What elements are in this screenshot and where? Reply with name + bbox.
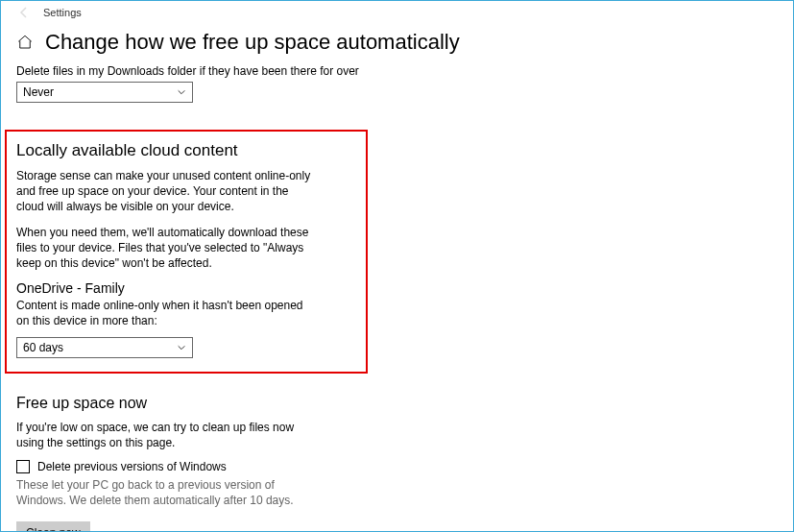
onedrive-threshold-value: 60 days	[23, 341, 63, 354]
clean-now-button[interactable]: Clean now	[16, 521, 90, 532]
delete-previous-versions-checkbox[interactable]: Delete previous versions of Windows	[16, 460, 778, 473]
page-header: Change how we free up space automaticall…	[1, 24, 793, 59]
checkbox-label: Delete previous versions of Windows	[37, 460, 227, 473]
chevron-down-icon	[177, 343, 186, 352]
cloud-section-title: Locally available cloud content	[16, 141, 356, 160]
page-title: Change how we free up space automaticall…	[45, 30, 460, 55]
freeup-section-title: Free up space now	[16, 395, 778, 412]
downloads-label: Delete files in my Downloads folder if t…	[16, 64, 778, 78]
titlebar: Settings	[1, 1, 793, 24]
onedrive-account-title: OneDrive - Family	[16, 280, 356, 296]
cloud-para1: Storage sense can make your unused conte…	[16, 168, 314, 215]
arrow-left-icon	[16, 5, 32, 20]
checkbox-box	[16, 460, 30, 473]
onedrive-threshold-select[interactable]: 60 days	[16, 337, 193, 358]
cloud-content-section: Locally available cloud content Storage …	[5, 130, 368, 374]
downloads-select[interactable]: Never	[16, 82, 193, 103]
chevron-down-icon	[177, 87, 186, 97]
cloud-para2: When you need them, we'll automatically …	[16, 225, 314, 272]
downloads-select-value: Never	[23, 85, 54, 99]
home-icon[interactable]	[16, 34, 34, 51]
onedrive-account-desc: Content is made online-only when it hasn…	[16, 298, 304, 328]
checkbox-note: These let your PC go back to a previous …	[16, 477, 314, 508]
freeup-desc: If you're low on space, we can try to cl…	[16, 420, 295, 450]
back-button[interactable]	[16, 5, 32, 20]
app-title: Settings	[43, 7, 82, 18]
